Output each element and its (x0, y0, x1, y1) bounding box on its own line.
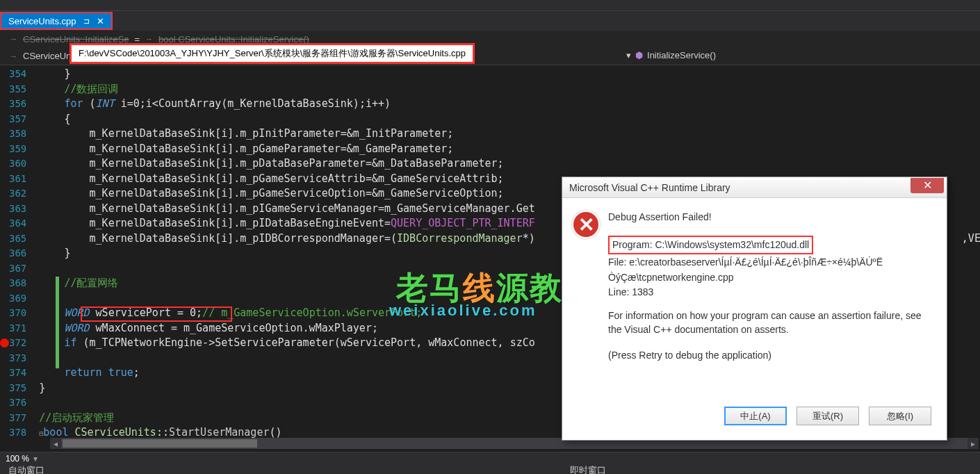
gutter-row[interactable] (0, 186, 9, 202)
tab-autos[interactable]: 自动窗口 (8, 464, 44, 474)
code-line[interactable]: { (32, 112, 980, 127)
top-toolbar (0, 0, 980, 11)
retry-button[interactable]: 重试(R) (797, 407, 859, 425)
gutter-row[interactable] (0, 321, 9, 336)
line-number: 365 (9, 231, 32, 247)
error-press-retry: (Press Retry to debug the application) (608, 349, 933, 363)
gutter-row[interactable] (0, 67, 9, 82)
dialog-titlebar[interactable]: Microsoft Visual C++ Runtime Library ✕ (562, 177, 947, 198)
tab-label: ServiceUnits.cpp (8, 16, 76, 26)
line-number: 377 (9, 411, 32, 426)
code-line[interactable]: //数据回调 (32, 82, 980, 97)
code-line[interactable]: m_KernelDataBaseSink[i].m_pDataBaseParam… (32, 156, 980, 172)
gutter-row[interactable] (0, 216, 9, 231)
error-file-2: ÒýÇæ\tcpnetworkengine.cpp (608, 271, 933, 285)
status-bar: 100 % ▾ (0, 452, 980, 464)
line-number: 373 (9, 351, 32, 366)
nav-method-dropdown[interactable]: ▾ ⬢ InitializeService() (626, 50, 716, 60)
gutter-row[interactable] (0, 202, 9, 217)
gutter-row[interactable] (0, 97, 9, 112)
nav-arrow-icon: → (10, 52, 17, 60)
method-icon: ⬢ (635, 50, 643, 60)
error-line: Line: 1383 (608, 286, 933, 300)
gutter-row[interactable] (0, 156, 9, 172)
change-indicator (56, 277, 59, 368)
gutter-row[interactable] (0, 112, 9, 127)
nav-arrow-icon: → (145, 35, 153, 43)
nav-arrow-icon: → (10, 35, 17, 43)
nav-scope-2[interactable]: CServiceUn (23, 51, 71, 61)
line-number: 368 (9, 276, 32, 291)
scroll-right-icon[interactable]: ▶ (967, 438, 979, 449)
runtime-error-dialog: Microsoft Visual C++ Runtime Library ✕ ✕… (562, 177, 947, 441)
dialog-title: Microsoft Visual C++ Runtime Library (569, 182, 730, 193)
code-line[interactable]: for (INT i=0;i<CountArray(m_KernelDataBa… (32, 97, 980, 112)
gutter-row[interactable] (0, 142, 9, 157)
gutter-row[interactable] (0, 395, 9, 411)
dialog-content: Debug Assertion Failed! Program: C:\Wind… (608, 211, 933, 397)
line-number: 376 (9, 395, 32, 411)
scroll-left-icon[interactable]: ◀ (50, 438, 61, 449)
code-line[interactable]: m_KernelDataBaseSink[i].m_pGameParameter… (32, 142, 980, 157)
line-number: 369 (9, 291, 32, 307)
gutter-row[interactable] (0, 381, 9, 396)
bottom-panel-tabs: 自动窗口 即时窗口 (0, 464, 980, 474)
line-number: 372 (9, 336, 32, 351)
line-number: 354 (9, 67, 32, 82)
dialog-button-row: 中止(A) 重试(R) 忽略(I) (562, 407, 947, 435)
gutter-row[interactable] (0, 126, 9, 142)
line-number: 375 (9, 381, 32, 396)
abort-button[interactable]: 中止(A) (724, 407, 787, 425)
error-icon: ✕ (572, 211, 600, 238)
zoom-level[interactable]: 100 % (6, 454, 29, 464)
file-path-tooltip: F:\devVSCode\201003A_YJHY\YJHY_Server\系统… (70, 43, 475, 64)
line-number: 361 (9, 172, 32, 187)
gutter-row[interactable] (0, 246, 9, 261)
gutter-row[interactable] (0, 336, 9, 351)
gutter-row[interactable] (0, 366, 9, 381)
line-number: 358 (9, 126, 32, 142)
line-number: 366 (9, 246, 32, 261)
error-file: File: e:\creatorbaseserver\ÍµÍ·Ä£¿é\ÍµÍ·… (608, 256, 933, 270)
line-number: 371 (9, 321, 32, 336)
breakpoint-gutter[interactable] (0, 65, 9, 452)
breakpoint-icon[interactable] (0, 338, 9, 348)
gutter-row[interactable] (0, 291, 9, 307)
line-number: 378 (9, 425, 32, 441)
gutter-row[interactable] (0, 172, 9, 187)
line-number: 364 (9, 216, 32, 231)
gutter-row[interactable] (0, 276, 9, 291)
navigation-bar: → CServiceUnits::InitializeSe = → bool C… (0, 31, 980, 65)
code-line[interactable]: m_KernelDataBaseSink[i].m_pInitParameter… (32, 126, 980, 142)
error-heading: Debug Assertion Failed! (608, 211, 933, 224)
line-number: 359 (9, 142, 32, 157)
gutter-row[interactable] (0, 411, 9, 426)
close-icon[interactable]: ✕ (97, 16, 104, 26)
gutter-row[interactable] (0, 351, 9, 366)
gutter-row[interactable] (0, 261, 9, 277)
tab-row: ServiceUnits.cpp ⊐ ✕ (0, 11, 980, 31)
line-number: 363 (9, 202, 32, 217)
line-number: 370 (9, 306, 32, 321)
code-line[interactable]: } (32, 67, 980, 82)
gutter-row[interactable] (0, 82, 9, 97)
line-number: 362 (9, 186, 32, 202)
error-program: Program: C:\Windows\system32\mfc120ud.dl… (608, 236, 813, 255)
dialog-close-button[interactable]: ✕ (910, 178, 944, 193)
gutter-row[interactable] (0, 306, 9, 321)
line-number: 360 (9, 156, 32, 172)
line-number: 357 (9, 112, 32, 127)
line-number-margin: 3543553563573583593603613623633643653663… (9, 65, 32, 452)
line-number: 367 (9, 261, 32, 277)
tab-immediate[interactable]: 即时窗口 (570, 464, 606, 474)
ignore-button[interactable]: 忽略(I) (869, 407, 931, 425)
pin-icon[interactable]: ⊐ (83, 17, 90, 26)
error-info: For information on how your program can … (608, 309, 933, 336)
file-tab-serviceunits[interactable]: ServiceUnits.cpp ⊐ ✕ (0, 12, 113, 30)
scroll-thumb[interactable] (63, 439, 257, 448)
line-number: 355 (9, 82, 32, 97)
line-number: 374 (9, 366, 32, 381)
gutter-row[interactable] (0, 231, 9, 247)
line-number: 356 (9, 97, 32, 112)
gutter-row[interactable] (0, 425, 9, 441)
